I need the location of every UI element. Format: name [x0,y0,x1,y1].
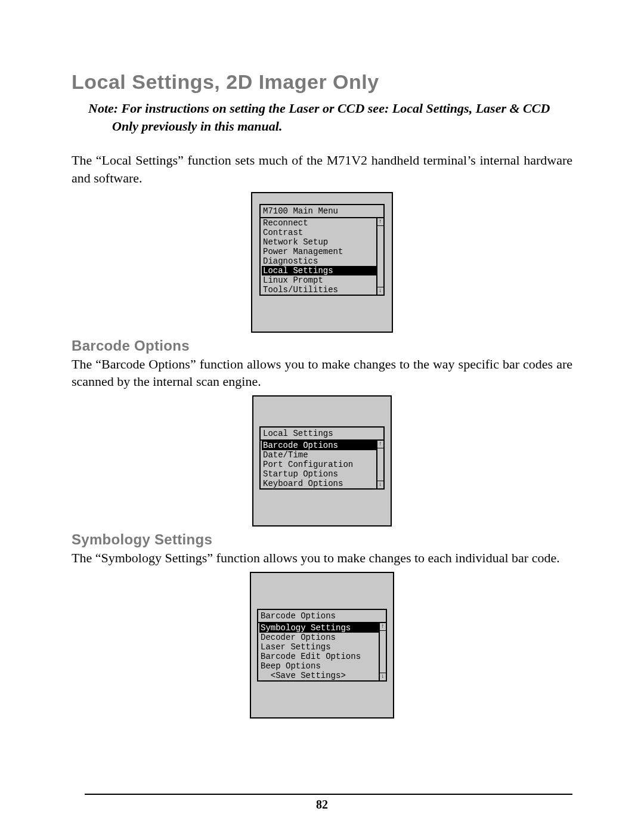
menu-item[interactable]: <Save Settings> [259,671,385,680]
note-line1: Note: For instructions on setting the La… [88,101,550,116]
menu-body: Symbology SettingsDecoder OptionsLaser S… [258,623,386,680]
footer-rule [85,794,572,795]
device-screenshot-3: Barcode Options Symbology SettingsDecode… [72,572,572,719]
menu-item[interactable]: Beep Options [259,661,385,671]
menu-item[interactable]: Keyboard Options [262,479,382,488]
menu-item[interactable]: Contrast [262,228,382,237]
scrollbar[interactable]: ↑ ↓ [379,623,386,680]
lcd-screen: Barcode Options Symbology SettingsDecode… [257,609,387,682]
lcd-screen: M7100 Main Menu ReconnectContrastNetwork… [259,204,385,296]
menu-item[interactable]: Symbology Settings [259,623,385,633]
menu-item[interactable]: Diagnostics [262,256,382,266]
menu-list[interactable]: ReconnectContrastNetwork SetupPower Mana… [261,218,383,295]
lcd-screen: Local Settings Barcode OptionsDate/TimeP… [259,426,385,490]
intro-paragraph: The “Local Settings” function sets much … [72,151,572,187]
note-paragraph: Note: For instructions on setting the La… [72,100,572,135]
menu-list[interactable]: Barcode OptionsDate/TimePort Configurati… [261,441,383,488]
barcode-options-paragraph: The “Barcode Options” function allows yo… [72,355,572,391]
scroll-down-icon[interactable]: ↓ [380,673,386,680]
scroll-up-icon[interactable]: ↑ [377,218,383,226]
page-title: Local Settings, 2D Imager Only [72,70,572,94]
menu-title: Local Settings [261,428,383,441]
menu-body: Barcode OptionsDate/TimePort Configurati… [261,441,383,488]
menu-item[interactable]: Power Management [262,247,382,256]
page-number: 82 [0,798,644,812]
menu-item[interactable]: Barcode Options [262,441,382,450]
scroll-down-icon[interactable]: ↓ [377,481,383,488]
scrollbar[interactable]: ↑ ↓ [376,218,383,295]
device-screenshot-1: M7100 Main Menu ReconnectContrastNetwork… [72,192,572,333]
menu-item[interactable]: Linux Prompt [262,275,382,285]
menu-item[interactable]: Port Configuration [262,460,382,469]
menu-item[interactable]: Local Settings [262,266,382,275]
scroll-up-icon[interactable]: ↑ [380,623,386,631]
scrollbar[interactable]: ↑ ↓ [376,441,383,488]
menu-item[interactable]: Barcode Edit Options [259,652,385,661]
menu-body: ReconnectContrastNetwork SetupPower Mana… [261,218,383,295]
menu-item[interactable]: Tools/Utilities [262,285,382,295]
device-frame: Local Settings Barcode OptionsDate/TimeP… [252,395,392,527]
scroll-up-icon[interactable]: ↑ [377,441,383,448]
menu-item[interactable]: Decoder Options [259,633,385,642]
manual-page: Local Settings, 2D Imager Only Note: For… [0,0,644,833]
menu-list[interactable]: Symbology SettingsDecoder OptionsLaser S… [258,623,386,680]
symbology-settings-paragraph: The “Symbology Settings” function allows… [72,549,572,567]
device-frame: M7100 Main Menu ReconnectContrastNetwork… [251,192,393,333]
menu-item[interactable]: Reconnect [262,218,382,228]
device-screenshot-2: Local Settings Barcode OptionsDate/TimeP… [72,395,572,527]
menu-title: M7100 Main Menu [261,205,383,218]
menu-title: Barcode Options [258,610,386,623]
menu-item[interactable]: Date/Time [262,450,382,460]
menu-item[interactable]: Laser Settings [259,642,385,652]
menu-item[interactable]: Network Setup [262,237,382,247]
section-heading-barcode-options: Barcode Options [72,337,572,354]
device-frame: Barcode Options Symbology SettingsDecode… [250,572,394,719]
note-line2: Only previously in this manual. [88,117,572,135]
menu-item[interactable]: Startup Options [262,469,382,479]
scroll-down-icon[interactable]: ↓ [377,287,383,295]
section-heading-symbology-settings: Symbology Settings [72,531,572,548]
